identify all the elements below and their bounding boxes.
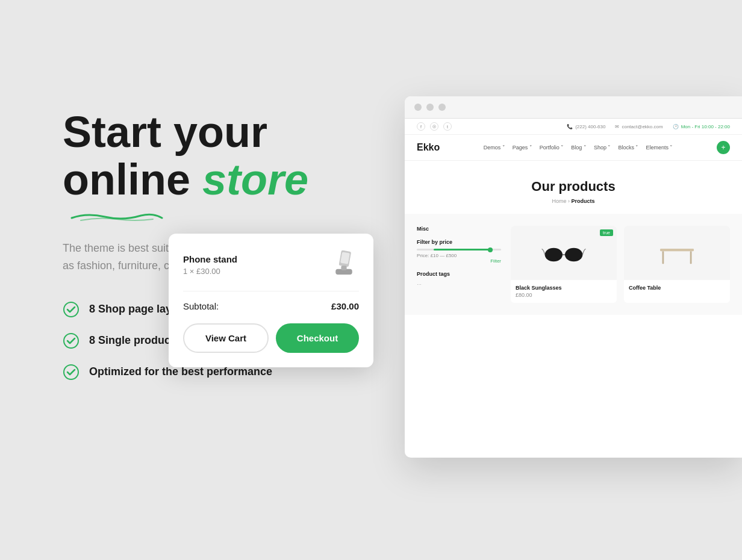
browser-chrome <box>405 96 742 119</box>
sunglasses-illustration <box>540 241 588 265</box>
facebook-icon: f <box>417 122 425 131</box>
cart-divider <box>183 291 359 291</box>
nav-items: Demos ˅ Pages ˅ Portfolio ˅ Blog ˅ Shop … <box>484 145 673 151</box>
nav-item-elements[interactable]: Elements ˅ <box>646 145 673 151</box>
headline-line1: Start your <box>63 108 267 156</box>
tag-items: … <box>417 281 501 286</box>
product-row: true Black Sunglasses £80.00 <box>511 226 730 303</box>
nav-item-blocks[interactable]: Blocks ˅ <box>618 145 638 151</box>
price-range-label: Price: £10 — £500 Filter <box>417 253 501 264</box>
product-image-sunglasses: true <box>511 226 617 280</box>
svg-point-3 <box>545 248 563 262</box>
filter-price-label: Filter by price <box>417 239 501 245</box>
price-range-track[interactable] <box>417 249 501 250</box>
product-card-coffee-table[interactable]: Coffee Table <box>624 226 730 303</box>
tags-filter-group: Product tags … <box>417 271 501 286</box>
svg-point-0 <box>64 302 78 317</box>
svg-rect-11 <box>341 266 346 270</box>
price-range-fill <box>434 249 493 250</box>
cart-item-info: Phone stand 1 × £30.00 <box>183 254 329 276</box>
phone-info: 📞 (222) 400-630 <box>567 124 605 129</box>
price-range-thumb[interactable] <box>488 247 493 252</box>
breadcrumb-current: Products <box>572 198 595 204</box>
topbar-contact: 📞 (222) 400-630 ✉ contact@ekko.com 🕐 Mon… <box>567 124 730 129</box>
nav-cta-button[interactable]: + <box>717 141 730 154</box>
site-topbar: f ◎ t 📞 (222) 400-630 ✉ contact@ekko.com… <box>405 119 742 135</box>
svg-rect-6 <box>662 251 664 264</box>
hours-info: 🕐 Mon - Fri 10:00 - 22:00 <box>673 124 730 129</box>
cart-subtotal-value: £30.00 <box>331 301 359 311</box>
svg-rect-5 <box>660 249 694 251</box>
nav-item-portfolio[interactable]: Portfolio ˅ <box>540 145 564 151</box>
twitter-icon: t <box>443 122 452 131</box>
misc-filter-group: Misc <box>417 226 501 232</box>
cart-buttons: View Cart Checkout <box>183 323 359 353</box>
underline-decoration <box>69 210 400 225</box>
coffee-table-illustration <box>656 235 698 271</box>
email-info: ✉ contact@ekko.com <box>615 124 662 129</box>
product-image-coffee-table <box>624 226 730 280</box>
view-cart-button[interactable]: View Cart <box>183 323 269 353</box>
svg-rect-7 <box>690 251 692 264</box>
cart-popup: Phone stand 1 × £30.00 Subtotal: £30.00 … <box>169 234 373 367</box>
sale-badge: true <box>600 229 613 236</box>
hero-title: Our products <box>417 179 730 194</box>
nav-item-demos[interactable]: Demos ˅ <box>484 145 505 151</box>
sidebar-filters: Misc Filter by price Price: £10 — £500 F… <box>417 226 501 303</box>
check-icon-2 <box>63 332 80 349</box>
headline-highlight: store <box>202 155 308 204</box>
product-card-sunglasses[interactable]: true Black Sunglasses £80.00 <box>511 226 617 303</box>
cart-subtotal: Subtotal: £30.00 <box>183 301 359 311</box>
browser-dot-yellow <box>426 104 434 111</box>
check-icon-1 <box>63 301 80 318</box>
cart-item-qty: 1 × £30.00 <box>183 267 329 276</box>
cart-item-name: Phone stand <box>183 254 329 264</box>
product-name-sunglasses: Black Sunglasses <box>511 285 617 291</box>
instagram-icon: ◎ <box>430 122 438 131</box>
site-hero: Our products Home › Products <box>405 161 742 214</box>
nav-item-blog[interactable]: Blog ˅ <box>571 145 587 151</box>
product-name-coffee-table: Coffee Table <box>624 285 730 291</box>
svg-point-4 <box>565 248 582 262</box>
topbar-social: f ◎ t <box>417 122 452 131</box>
browser-dot-red <box>414 104 422 111</box>
filter-link[interactable]: Filter <box>417 258 501 264</box>
headline-line2: online <box>63 155 190 204</box>
svg-point-2 <box>64 365 78 379</box>
nav-item-shop[interactable]: Shop ˅ <box>594 145 611 151</box>
checkout-button[interactable]: Checkout <box>276 323 359 353</box>
products-section: Misc Filter by price Price: £10 — £500 F… <box>405 214 742 315</box>
nav-item-pages[interactable]: Pages ˅ <box>513 145 532 151</box>
check-icon-3 <box>63 364 80 381</box>
browser-dot-green <box>438 104 446 111</box>
product-price-sunglasses: £80.00 <box>511 292 617 298</box>
breadcrumb-home: Home <box>552 198 566 204</box>
products-grid: true Black Sunglasses £80.00 <box>511 226 730 303</box>
phone-stand-illustration <box>329 248 359 281</box>
misc-label: Misc <box>417 226 501 232</box>
feature-label-3: Optimized for the best performance <box>89 366 272 378</box>
browser-mockup: f ◎ t 📞 (222) 400-630 ✉ contact@ekko.com… <box>405 96 742 458</box>
breadcrumb: Home › Products <box>417 198 730 204</box>
cart-subtotal-label: Subtotal: <box>183 301 219 311</box>
product-tags-label: Product tags <box>417 271 501 277</box>
price-filter-group: Filter by price Price: £10 — £500 Filter <box>417 239 501 264</box>
main-headline: Start your online store <box>63 108 400 204</box>
site-nav: Ekko Demos ˅ Pages ˅ Portfolio ˅ Blog ˅ … <box>405 135 742 161</box>
site-logo: Ekko <box>417 142 440 153</box>
svg-point-1 <box>64 334 78 348</box>
cart-item: Phone stand 1 × £30.00 <box>183 248 359 281</box>
